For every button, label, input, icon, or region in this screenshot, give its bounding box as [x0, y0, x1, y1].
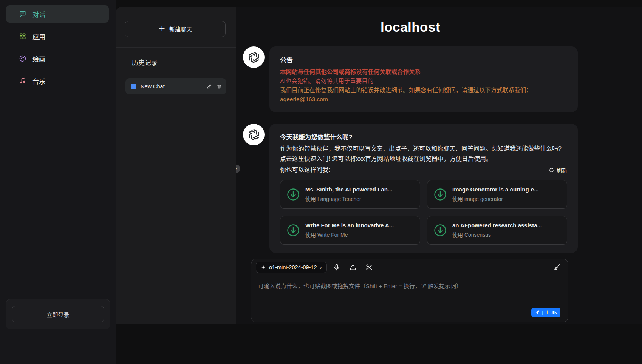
suggestion-card[interactable]: an AI-powered research assista... 使用 Con…: [427, 216, 567, 245]
suggestion-subtitle: 使用 Consensus: [452, 231, 542, 238]
sidebar-footer: 立即登录: [6, 299, 110, 329]
palette-icon: [19, 55, 26, 62]
suggestion-title: an AI-powered research assista...: [452, 222, 542, 228]
apps-grid-icon: [19, 32, 26, 40]
divider: [116, 47, 236, 48]
pill-separator: |: [542, 310, 543, 315]
suggestion-subtitle: 使用 image generator: [452, 195, 538, 202]
suggestion-text: an AI-powered research assista... 使用 Con…: [452, 222, 542, 238]
suggestion-card[interactable]: Write For Me is an innovative A... 使用 Wr…: [280, 216, 420, 245]
music-note-icon: [19, 77, 26, 85]
paper-plane-icon: [535, 310, 540, 315]
suggestion-text: Write For Me is an innovative A... 使用 Wr…: [305, 222, 394, 238]
sparkle-icon: [261, 265, 266, 270]
microphone-button[interactable]: [330, 262, 343, 273]
suggestion-subtitle: 使用 Language Teacher: [305, 195, 392, 202]
openai-logo-icon: [247, 128, 261, 142]
sidebar-item-music[interactable]: 音乐: [6, 72, 109, 89]
suggestion-text: Ms. Smith, the AI-powered Lan... 使用 Lang…: [305, 186, 392, 202]
page-title: localhost: [243, 20, 578, 35]
suggestion-text: Image Generator is a cutting-e... 使用 ima…: [452, 186, 538, 202]
chat-main: ‹ localhost: [236, 7, 642, 324]
sidebar: 对话 应用 绘画 音乐 立即登录: [0, 0, 116, 364]
sidebar-item-label: 应用: [32, 32, 45, 41]
refresh-icon: [549, 167, 554, 173]
token-badge: 4k: [552, 310, 557, 315]
broom-icon: [553, 264, 561, 271]
welcome-heading: 今天我能为您做些什么呢?: [280, 132, 567, 141]
welcome-card: 今天我能为您做些什么呢? 作为你的智慧伙伴，我不仅可以写文案、出点子，还可以和你…: [269, 124, 578, 253]
chat-list-panel: ＋ 新建聊天 历史记录 New Chat: [116, 7, 236, 324]
model-selector[interactable]: o1-mini-2024-09-12 ›: [256, 262, 327, 273]
announcement-card: 公告 本网站与任何其他公司或商标没有任何关联或合作关系 AI也会犯错。请勿将其用…: [269, 46, 578, 112]
assistant-avatar: [243, 46, 265, 68]
sidebar-nav: 对话 应用 绘画 音乐: [5, 5, 111, 94]
message-input[interactable]: [251, 276, 568, 322]
assistant-avatar: [243, 124, 265, 145]
send-button[interactable]: | 4k: [531, 308, 560, 317]
model-label: o1-mini-2024-09-12: [269, 264, 317, 270]
sidebar-item-chat[interactable]: 对话: [6, 5, 109, 23]
suggestion-grid: Ms. Smith, the AI-powered Lan... 使用 Lang…: [280, 180, 567, 245]
openai-logo-icon: [247, 51, 261, 64]
suggestion-title: Ms. Smith, the AI-powered Lan...: [305, 186, 392, 193]
chat-history-item[interactable]: New Chat: [125, 78, 226, 94]
suggestion-card[interactable]: Ms. Smith, the AI-powered Lan... 使用 Lang…: [280, 180, 420, 209]
ask-row: 你也可以这样问我: 刷新: [280, 165, 567, 175]
battery-icon: [545, 310, 550, 315]
workspace: ＋ 新建聊天 历史记录 New Chat ‹: [116, 7, 642, 324]
chat-item-actions: [207, 84, 222, 89]
announcement-heading: 公告: [280, 55, 567, 64]
suggestion-card[interactable]: Image Generator is a cutting-e... 使用 ima…: [427, 180, 567, 209]
announcement-line: 本网站与任何其他公司或商标没有任何关联或合作关系: [280, 68, 567, 77]
edit-icon[interactable]: [207, 84, 212, 89]
plus-icon: ＋: [158, 25, 166, 32]
composer: o1-mini-2024-09-12 ›: [251, 259, 568, 322]
upload-button[interactable]: [347, 262, 359, 273]
clear-context-button[interactable]: [551, 262, 563, 273]
scissors-button[interactable]: [363, 262, 376, 273]
contact-email-link[interactable]: ageerle@163.com: [280, 95, 328, 104]
sidebar-item-apps[interactable]: 应用: [6, 28, 109, 45]
app-window: 对话 应用 绘画 音乐 立即登录: [0, 0, 642, 364]
welcome-body: 作为你的智慧伙伴，我不仅可以写文案、出点子，还可以和你聊天、回答问题。想知道我还…: [280, 144, 567, 164]
assistant-message: 公告 本网站与任何其他公司或商标没有任何关联或合作关系 AI也会犯错。请勿将其用…: [243, 46, 578, 112]
new-chat-label: 新建聊天: [169, 25, 192, 33]
announcement-line: 我们目前正在修复我们网站上的错误并改进细节。如果您有任何疑问，请通过以下方式联系…: [280, 86, 567, 95]
chat-item-title: New Chat: [141, 83, 207, 89]
circle-down-arrow-icon: [433, 188, 447, 201]
chevron-right-icon: ›: [320, 264, 322, 270]
suggestion-title: Write For Me is an innovative A...: [305, 222, 394, 228]
sidebar-item-label: 对话: [32, 9, 45, 19]
collapse-panel-button[interactable]: ‹: [236, 165, 240, 173]
login-button[interactable]: 立即登录: [12, 306, 104, 322]
refresh-label: 刷新: [557, 166, 567, 174]
new-chat-button[interactable]: ＋ 新建聊天: [125, 21, 226, 37]
circle-down-arrow-icon: [286, 224, 300, 237]
upload-icon: [349, 264, 357, 271]
announcement-line: AI也会犯错。请勿将其用于重要目的: [280, 77, 567, 86]
chat-color-swatch: [131, 84, 136, 89]
sidebar-item-label: 音乐: [32, 76, 45, 86]
composer-body: | 4k: [251, 276, 568, 322]
suggestion-title: Image Generator is a cutting-e...: [452, 186, 538, 193]
history-heading: 历史记录: [132, 57, 236, 67]
sidebar-item-drawing[interactable]: 绘画: [6, 50, 109, 67]
circle-down-arrow-icon: [433, 224, 447, 237]
refresh-suggestions-button[interactable]: 刷新: [549, 166, 567, 174]
scissors-icon: [365, 264, 373, 271]
ask-label: 你也可以这样问我:: [280, 165, 330, 175]
assistant-message: 今天我能为您做些什么呢? 作为你的智慧伙伴，我不仅可以写文案、出点子，还可以和你…: [243, 124, 578, 253]
suggestion-subtitle: 使用 Write For Me: [305, 231, 394, 238]
composer-toolbar: o1-mini-2024-09-12 ›: [251, 259, 568, 276]
chat-column: localhost 公告: [243, 20, 578, 322]
delete-icon[interactable]: [217, 84, 222, 89]
chat-bubble-icon: [19, 10, 26, 18]
microphone-icon: [333, 264, 340, 271]
circle-down-arrow-icon: [286, 188, 300, 201]
sidebar-item-label: 绘画: [32, 54, 45, 63]
